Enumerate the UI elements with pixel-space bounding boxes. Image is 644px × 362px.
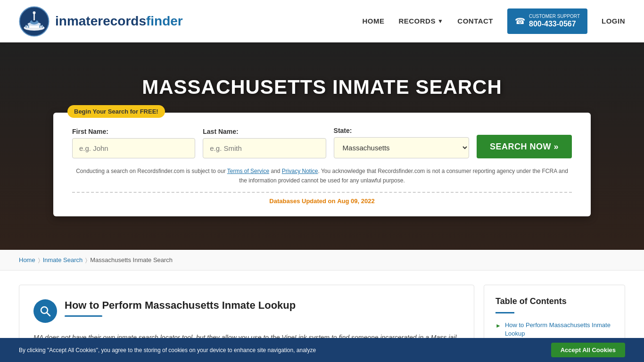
svg-rect-8 [25,25,27,28]
last-name-input[interactable] [203,138,326,158]
first-name-input[interactable] [72,138,195,158]
cookie-accept-button[interactable]: Accept All Cookies [551,343,625,357]
last-name-field-group: Last Name: [203,128,326,158]
customer-support-button[interactable]: ☎ CUSTOMER SUPPORT 800-433-0567 [507,8,587,34]
phone-icon: ☎ [515,16,525,26]
hero-title: MASSACHUSETTS INMATE SEARCH [142,76,502,99]
main-nav: HOME RECORDS ▼ CONTACT ☎ CUSTOMER SUPPOR… [362,8,625,34]
cookie-bar: By clicking "Accept All Cookies", you ag… [0,338,644,362]
breadcrumb-sep-2: 〉 [85,257,87,263]
toc-title: Table of Contents [495,296,613,306]
chevron-down-icon: ▼ [438,18,443,25]
svg-rect-9 [28,25,29,28]
search-button[interactable]: SEARCH NOW » [477,135,572,158]
svg-point-7 [33,11,36,14]
search-icon [33,299,57,323]
cookie-text: By clicking "Accept All Cookies", you ag… [19,346,542,354]
logo[interactable]: inmaterecordsfinder [19,6,183,37]
state-field-group: State: Massachusetts Alabama Alaska Ariz… [334,127,469,158]
search-fields: First Name: Last Name: State: Massachuse… [72,127,572,158]
support-number: 800-433-0567 [529,19,580,29]
hero-section: MASSACHUSETTS INMATE SEARCH Begin Your S… [0,42,644,250]
search-card: Begin Your Search for FREE! First Name: … [53,113,591,216]
logo-icon [19,6,50,37]
toc-item-1[interactable]: ► How to Perform Massachusetts Inmate Lo… [495,321,613,338]
free-badge[interactable]: Begin Your Search for FREE! [67,105,165,118]
breadcrumb-inmate-search[interactable]: Inmate Search [43,256,83,263]
state-select[interactable]: Massachusetts Alabama Alaska Arizona Cal… [334,137,469,158]
last-name-label: Last Name: [203,128,326,135]
breadcrumb-current: Massachusetts Inmate Search [90,256,173,263]
toc-divider [495,312,514,313]
hero-content: MASSACHUSETTS INMATE SEARCH Begin Your S… [0,76,644,216]
chevron-right-icon-1: ► [495,322,501,330]
privacy-link[interactable]: Privacy Notice [282,168,318,174]
disclaimer-text: Conducting a search on Recordsfinder.com… [72,167,572,185]
breadcrumb-home[interactable]: Home [19,256,35,263]
svg-rect-10 [39,25,41,28]
terms-link[interactable]: Terms of Service [227,168,269,174]
svg-rect-11 [41,25,43,28]
logo-text: inmaterecordsfinder [55,14,183,29]
nav-records[interactable]: RECORDS ▼ [398,17,443,25]
svg-line-13 [47,313,50,316]
article-title: How to Perform Massachusetts Inmate Look… [65,299,460,312]
breadcrumb: Home 〉 Inmate Search 〉 Massachusetts Inm… [0,250,644,271]
site-header: inmaterecordsfinder HOME RECORDS ▼ CONTA… [0,0,644,42]
support-label: CUSTOMER SUPPORT [529,13,580,19]
state-label: State: [334,127,469,134]
divider [72,192,572,193]
title-underline [65,315,102,317]
first-name-label: First Name: [72,128,195,135]
nav-login[interactable]: LOGIN [602,17,625,25]
breadcrumb-sep-1: 〉 [38,257,40,263]
first-name-field-group: First Name: [72,128,195,158]
nav-contact[interactable]: CONTACT [457,17,493,25]
db-updated: Databases Updated on Aug 09, 2022 [72,197,572,205]
article-header: How to Perform Massachusetts Inmate Look… [33,299,460,323]
nav-home[interactable]: HOME [362,17,384,25]
